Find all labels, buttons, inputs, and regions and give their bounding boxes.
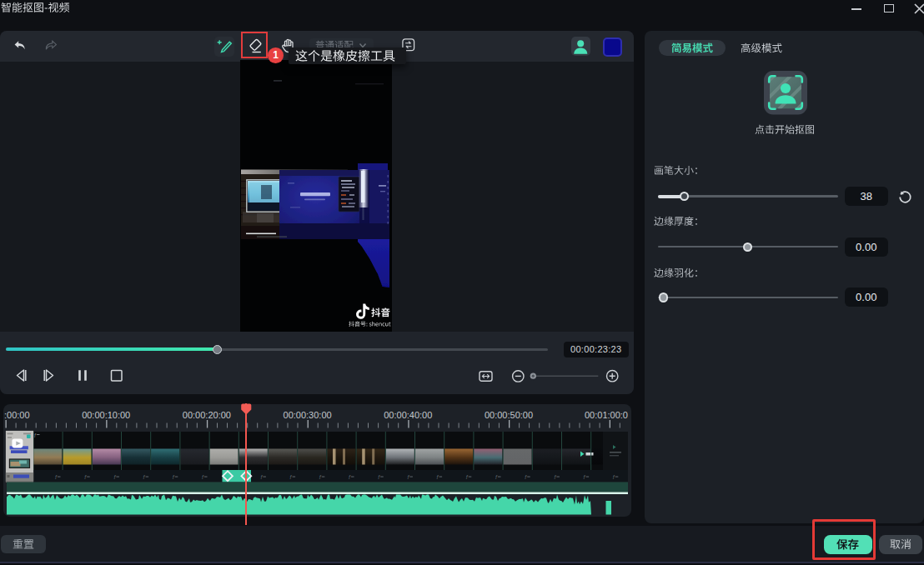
svg-text:00:01:00:0: 00:01:00:0	[585, 410, 628, 420]
svg-text:00:00:40:00: 00:00:40:00	[384, 410, 432, 420]
svg-text:00:00:30:00: 00:00:30:00	[284, 410, 332, 420]
svg-text::00:00: :00:00	[4, 410, 30, 420]
svg-text:00:00:50:00: 00:00:50:00	[485, 410, 533, 420]
svg-text:00:00:10:00: 00:00:10:00	[82, 410, 130, 420]
svg-text:00:00:20:00: 00:00:20:00	[183, 410, 231, 420]
